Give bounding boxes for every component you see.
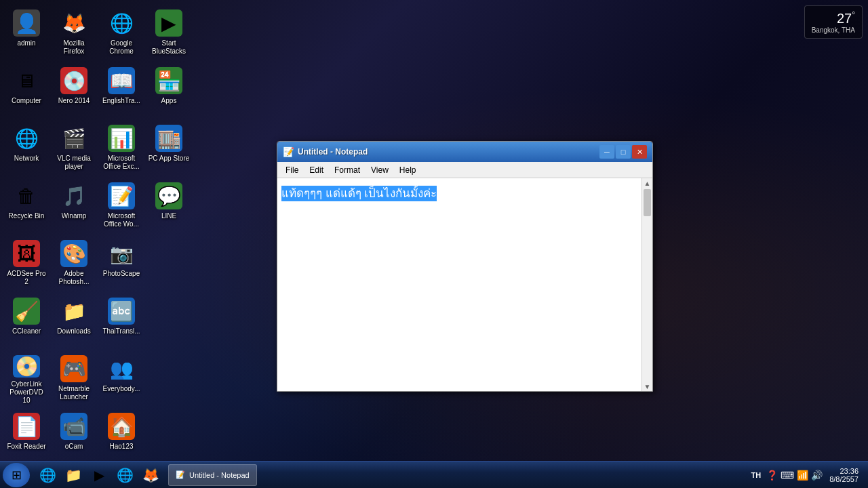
line-label: LINE (161, 212, 176, 220)
icon-bluestacks[interactable]: ▶ Start BlueStacks (145, 5, 193, 63)
icon-ocam[interactable]: 📹 oCam (50, 409, 98, 466)
network-tray-icon[interactable]: 📶 (797, 470, 808, 481)
weather-location: Bangkok, THA (812, 26, 855, 34)
window-menubar: File Edit Format View Help (277, 162, 652, 178)
hao123-label: Hao123 (109, 443, 133, 451)
window-title-text: Untitled - Notepad (298, 147, 599, 157)
icon-cyberlink[interactable]: 📀 CyberLink PowerDVD 10 (3, 351, 50, 409)
taskbar-notepad-icon: 📝 (176, 470, 185, 479)
englishtrai-icon: 📖 (108, 67, 135, 94)
icon-msofficeexc[interactable]: 📊 Microsoft Office Exc... (98, 121, 145, 178)
computer-label: Computer (12, 97, 41, 105)
menu-format[interactable]: Format (329, 164, 366, 176)
window-titlebar[interactable]: 📝 Untitled - Notepad ─ □ ✕ (277, 142, 652, 162)
foxit-icon: 📄 (13, 413, 40, 440)
desktop: 👤 admin 🦊 Mozilla Firefox 🌐 Google Chrom… (0, 0, 868, 488)
clock-time: 23:36 (840, 467, 859, 475)
keyboard-icon[interactable]: ⌨ (781, 470, 794, 481)
taskbar-notepad-btn[interactable]: 📝 Untitled - Notepad (168, 464, 257, 486)
icon-foxit[interactable]: 📄 Foxit Reader (3, 409, 50, 466)
icon-apps[interactable]: 🏪 Apps (145, 63, 193, 121)
notepad-title-icon: 📝 (283, 146, 294, 157)
photoshop-label: Adobe Photosh... (53, 270, 95, 286)
help-icon[interactable]: ❓ (766, 470, 778, 481)
recyclebin-label: Recycle Bin (9, 212, 45, 220)
icon-recyclebin[interactable]: 🗑 Recycle Bin (3, 178, 50, 236)
volume-icon[interactable]: 🔊 (811, 470, 823, 481)
notepad-text-area[interactable]: แท้ดๆๆๆ แด่แด้ๆ เป็นไงกันมั้งค่ะ (277, 178, 642, 391)
menu-file[interactable]: File (280, 164, 304, 176)
vlc-label: VLC media player (53, 155, 95, 171)
englishtrai-label: EnglishTra... (102, 97, 140, 105)
chrome-label: Google Chrome (100, 39, 142, 56)
icon-firefox[interactable]: 🦊 Mozilla Firefox (50, 5, 98, 63)
firefox-icon: 🦊 (60, 9, 87, 37)
line-icon: 💬 (155, 182, 182, 209)
maximize-button[interactable]: □ (616, 145, 631, 159)
thaitransl-icon: 🔤 (108, 298, 135, 325)
start-button[interactable]: ⊞ (3, 463, 30, 487)
photoscape-icon: 📷 (108, 240, 135, 267)
lang-indicator[interactable]: TH (749, 470, 764, 481)
taskbar-firefox-icon[interactable]: 🦊 (138, 463, 163, 487)
icon-everybody[interactable]: 👥 Everybody... (98, 351, 145, 409)
admin-icon: 👤 (13, 9, 40, 37)
icon-chrome[interactable]: 🌐 Google Chrome (98, 5, 145, 63)
icon-winamp[interactable]: 🎵 Winamp (50, 178, 98, 236)
icon-englishtrai[interactable]: 📖 EnglishTra... (98, 63, 145, 121)
clock-date: 8/8/2557 (829, 475, 859, 483)
icon-thaitransl[interactable]: 🔤 ThaiTransl... (98, 293, 145, 351)
photoscape-label: PhotoScape (103, 270, 140, 278)
downloads-label: Downloads (57, 327, 90, 336)
taskbar-ie-icon[interactable]: 🌐 (35, 463, 60, 487)
foxit-label: Foxit Reader (7, 443, 45, 451)
pcappstore-icon: 🏬 (155, 125, 182, 152)
minimize-button[interactable]: ─ (599, 145, 614, 159)
icon-empty6 (145, 351, 193, 409)
icon-computer[interactable]: 🖥 Computer (3, 63, 50, 121)
icon-nero[interactable]: 💿 Nero 2014 (50, 63, 98, 121)
network-icon: 🌐 (13, 125, 40, 152)
everybody-icon: 👥 (108, 355, 135, 382)
ccleaner-icon: 🧹 (13, 298, 40, 325)
icon-downloads[interactable]: 📁 Downloads (50, 293, 98, 351)
weather-widget[interactable]: 27° Bangkok, THA (804, 5, 863, 39)
network-label: Network (14, 155, 39, 163)
icon-photoscape[interactable]: 📷 PhotoScape (98, 236, 145, 293)
hao123-icon: 🏠 (108, 413, 135, 440)
icon-adobeph[interactable]: 🎨 Adobe Photosh... (50, 236, 98, 293)
icon-network[interactable]: 🌐 Network (3, 121, 50, 178)
vertical-scrollbar[interactable]: ▲ ▼ (642, 178, 652, 391)
icon-empty5 (145, 293, 193, 351)
cyberlink-label: CyberLink PowerDVD 10 (5, 380, 47, 405)
icon-pcappstore[interactable]: 🏬 PC App Store (145, 121, 193, 178)
clock-display[interactable]: 23:36 8/8/2557 (825, 467, 863, 483)
pcappstore-label: PC App Store (149, 155, 190, 163)
computer-icon: 🖥 (13, 67, 40, 94)
close-button[interactable]: ✕ (632, 145, 647, 159)
excel-label: Microsoft Office Exc... (100, 155, 142, 171)
desktop-icons-area: 👤 admin 🦊 Mozilla Firefox 🌐 Google Chrom… (0, 0, 197, 461)
taskbar-system-tray: TH ❓ ⌨ 📶 🔊 23:36 8/8/2557 (743, 467, 869, 483)
taskbar-chrome-icon[interactable]: 🌐 (113, 463, 137, 487)
icon-msword[interactable]: 📝 Microsoft Office Wo... (98, 178, 145, 236)
word-label: Microsoft Office Wo... (100, 212, 142, 228)
menu-help[interactable]: Help (394, 164, 422, 176)
icon-hao123[interactable]: 🏠 Hao123 (98, 409, 145, 466)
icon-line[interactable]: 💬 LINE (145, 178, 193, 236)
menu-view[interactable]: View (366, 164, 394, 176)
icon-admin[interactable]: 👤 admin (3, 5, 50, 63)
icon-acdsee[interactable]: 🖼 ACDSee Pro 2 (3, 236, 50, 293)
menu-edit[interactable]: Edit (304, 164, 329, 176)
taskbar-folder-icon[interactable]: 📁 (61, 463, 85, 487)
icon-netmarble[interactable]: 🎮 Netmarble Launcher (50, 351, 98, 409)
icon-ccleaner[interactable]: 🧹 CCleaner (3, 293, 50, 351)
scrollbar-thumb[interactable] (644, 189, 651, 216)
ocam-label: oCam (65, 443, 83, 451)
nero-label: Nero 2014 (58, 97, 90, 105)
selected-text: แท้ดๆๆๆ แด่แด้ๆ เป็นไงกันมั้งค่ะ (281, 186, 437, 201)
word-icon: 📝 (108, 182, 135, 209)
icon-vlcmedia[interactable]: 🎬 VLC media player (50, 121, 98, 178)
apps-label: Apps (161, 97, 177, 105)
taskbar-mediaplayer-icon[interactable]: ▶ (87, 463, 111, 487)
